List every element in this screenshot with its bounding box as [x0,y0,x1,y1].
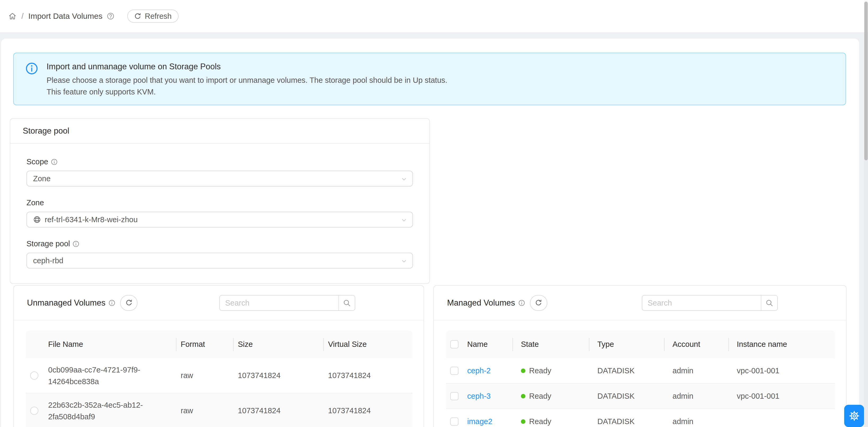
select-all-checkbox[interactable] [450,340,459,348]
chevron-down-icon [400,257,408,265]
gear-icon [848,410,860,422]
select-all-column [446,330,463,358]
managed-search [642,295,778,311]
cell-state: Ready [529,417,551,426]
refresh-button[interactable]: Refresh [127,9,179,23]
column-header-size: Size [233,330,323,358]
cell-size: 1073741824 [233,371,323,380]
table-row[interactable]: 22b63c2b-352a-4ec5-ab12-2fa508d4baf9 raw… [26,393,412,427]
volume-link[interactable]: image2 [467,417,492,426]
alert-text: Import and unmanage volume on Storage Po… [46,61,447,105]
breadcrumb-bar: / Import Data Volumes Refresh [0,0,868,33]
zone-select-value: ref-trl-6341-k-Mr8-wei-zhou [45,215,137,224]
page-title: Import Data Volumes [28,12,102,21]
managed-refresh-button[interactable] [530,295,547,311]
cell-format: raw [176,371,233,380]
managed-volumes-card: Managed Volumes [433,285,846,427]
column-header-virtual-size: Virtual Size [323,330,412,358]
status-dot [521,419,525,424]
managed-search-input[interactable] [642,296,761,310]
chevron-down-icon [400,216,408,224]
status-dot [521,394,525,398]
globe-icon [33,216,41,223]
info-alert: Import and unmanage volume on Storage Po… [13,53,846,105]
column-header-account: Account [664,330,728,358]
table-row[interactable]: 0cb099aa-cc7e-4721-97f9-14264bce838a raw… [26,358,412,393]
cell-account: admin [664,417,728,426]
cell-virtual-size: 1073741824 [323,371,412,380]
alert-description-line2: This feature only supports KVM. [46,86,447,98]
storage-pool-select[interactable]: ceph-rbd [27,253,413,269]
alert-description-line1: Please choose a storage pool that you wa… [46,74,447,86]
table-row[interactable]: ceph-3 Ready DATADISK admin vpc-001-001 [446,384,835,409]
zone-label: Zone [27,199,44,207]
storage-pool-card: Storage pool Scope Zone [10,118,430,284]
column-header-type: Type [589,330,664,358]
column-header-name: Name [463,330,513,358]
cell-instance-name: vpc-001-001 [728,392,835,400]
scope-form-item: Scope Zone [27,157,413,186]
scope-info-icon[interactable] [51,158,58,165]
unmanaged-search [219,295,355,311]
cell-file-name: 22b63c2b-352a-4ec5-ab12-2fa508d4baf9 [48,399,173,423]
breadcrumb-separator: / [22,12,24,21]
zone-form-item: Zone ref-trl-6341-k-Mr8-wei-zhou [27,199,413,227]
zone-select[interactable]: ref-trl-6341-k-Mr8-wei-zhou [27,212,413,227]
scrollbar [864,0,868,427]
cell-size: 1073741824 [233,406,323,415]
cell-virtual-size: 1073741824 [323,406,412,415]
cell-instance-name: vpc-001-001 [728,366,835,375]
volume-link[interactable]: ceph-2 [467,366,491,375]
cell-type: DATADISK [589,392,664,400]
refresh-button-label: Refresh [145,12,172,21]
page: / Import Data Volumes Refresh [0,0,868,427]
row-radio[interactable] [30,407,38,415]
managed-info-icon[interactable] [518,300,525,306]
storage-pool-select-value: ceph-rbd [33,256,63,265]
scope-label: Scope [27,157,48,166]
unmanaged-volumes-title: Unmanaged Volumes [27,298,105,308]
status-dot [521,369,525,373]
cell-format: raw [176,406,233,415]
reload-icon [134,13,141,20]
chevron-down-icon [400,175,408,183]
unmanaged-table-header: File Name Format Size Virtual Size [26,330,412,358]
row-checkbox[interactable] [450,392,459,400]
cell-state: Ready [529,392,551,400]
scrollbar-thumb[interactable] [864,2,868,160]
cell-state: Ready [529,366,551,375]
row-checkbox[interactable] [450,367,459,375]
unmanaged-refresh-button[interactable] [120,295,137,311]
unmanaged-volumes-table: File Name Format Size Virtual Size 0cb09… [26,330,412,427]
alert-title: Import and unmanage volume on Storage Po… [46,61,447,72]
managed-volumes-title: Managed Volumes [447,298,515,308]
scope-select[interactable]: Zone [27,171,413,186]
column-header-state: State [513,330,589,358]
cell-file-name: 0cb099aa-cc7e-4721-97f9-14264bce838a [48,364,173,387]
volume-link[interactable]: ceph-3 [467,392,491,400]
help-icon[interactable] [106,12,115,20]
managed-volumes-table: Name State Type Account Instance name ce… [446,330,835,427]
row-radio[interactable] [30,371,38,379]
scope-select-value: Zone [33,174,51,183]
table-row[interactable]: image2 Ready DATADISK admin [446,409,835,427]
cell-type: DATADISK [589,366,664,375]
managed-table-header: Name State Type Account Instance name [446,330,835,358]
table-row[interactable]: ceph-2 Ready DATADISK admin vpc-001-001 [446,358,835,384]
search-icon[interactable] [761,296,777,310]
search-icon[interactable] [338,296,355,310]
cell-type: DATADISK [589,417,664,426]
storage-pool-label: Storage pool [27,239,70,248]
storage-pool-card-title: Storage pool [10,119,429,144]
unmanaged-search-input[interactable] [220,296,338,310]
unmanaged-info-icon[interactable] [108,300,115,306]
main-panel: Import and unmanage volume on Storage Po… [1,39,859,427]
home-icon[interactable] [8,12,17,20]
storage-pool-info-icon[interactable] [72,241,80,247]
cell-account: admin [664,366,728,375]
settings-fab[interactable] [844,405,864,427]
info-circle-icon [25,62,38,105]
selection-column [26,330,48,358]
column-header-format: Format [176,330,233,358]
row-checkbox[interactable] [450,418,459,426]
